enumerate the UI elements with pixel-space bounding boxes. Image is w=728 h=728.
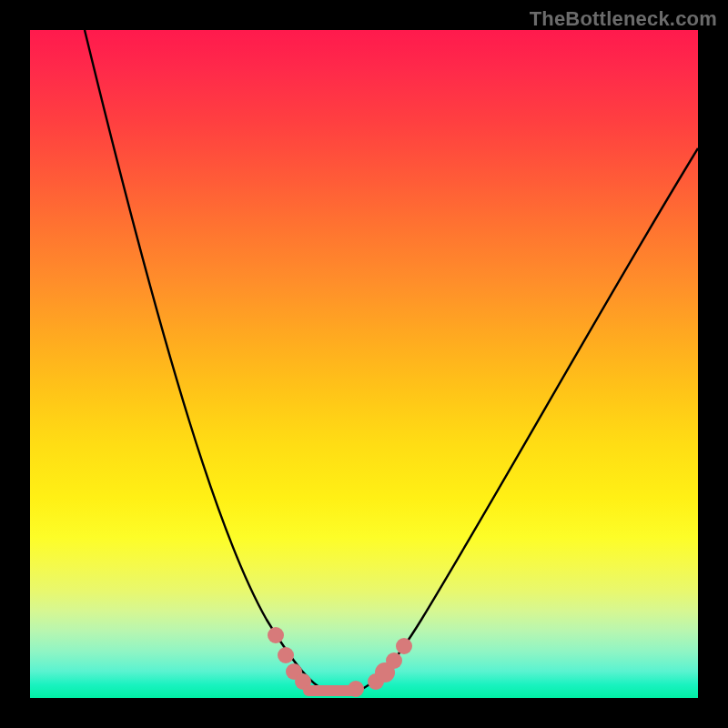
- valley-flat-segment: [303, 685, 358, 696]
- chart-frame: TheBottleneck.com: [0, 0, 728, 728]
- plot-area: [30, 30, 698, 698]
- watermark-text: TheBottleneck.com: [530, 7, 717, 31]
- data-marker: [278, 647, 294, 663]
- bottleneck-curve: [85, 30, 698, 691]
- curve-layer: [30, 30, 698, 698]
- data-marker: [386, 652, 402, 669]
- data-marker: [268, 627, 284, 643]
- data-marker: [396, 638, 412, 654]
